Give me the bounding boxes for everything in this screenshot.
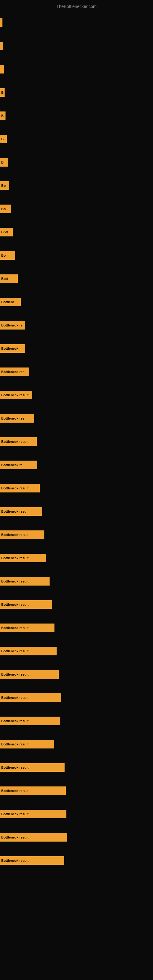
bar: Bott: [0, 274, 18, 283]
bar-row: Bottleneck re: [0, 461, 153, 469]
bar-row: Bottleneck result: [0, 694, 153, 702]
bar: [0, 18, 2, 27]
bar: Bottleneck result: [0, 740, 54, 748]
bar-row: Bott: [0, 274, 153, 283]
bar: Bottleneck result: [0, 670, 59, 679]
bar-row: Bottleneck result: [0, 670, 153, 679]
bar-row: Bottleneck result: [0, 391, 153, 399]
bar: Bottleneck res: [0, 414, 34, 423]
bar-row: [0, 41, 153, 50]
bar: B: [0, 88, 5, 97]
bar: Bottleneck re: [0, 321, 25, 329]
bar-row: Bottleneck result: [0, 484, 153, 492]
bar-row: Bottleneck result: [0, 856, 153, 865]
bar-row: Bottleneck res: [0, 368, 153, 376]
bar: [0, 65, 4, 73]
bar-row: B: [0, 111, 153, 120]
bar-row: Bottleneck result: [0, 438, 153, 446]
bar: Bottleneck result: [0, 484, 40, 492]
bar-row: Bottleneck result: [0, 717, 153, 725]
bar-row: B: [0, 88, 153, 97]
bar-row: Bottleneck result: [0, 810, 153, 818]
bar-row: Bottleneck resu: [0, 507, 153, 516]
bar: Bottleneck result: [0, 391, 32, 399]
bar-row: [0, 65, 153, 73]
bar: B: [0, 135, 7, 143]
bar: [0, 41, 3, 50]
bar-row: [0, 18, 153, 27]
bar-row: Bottleneck re: [0, 321, 153, 329]
bar: Bottleneck result: [0, 763, 65, 772]
bar-row: Bo: [0, 205, 153, 213]
bar: Bottleneck res: [0, 368, 29, 376]
bar: Bottlene: [0, 298, 21, 306]
bar-row: Bott: [0, 228, 153, 236]
bar: Bottleneck resu: [0, 507, 42, 516]
bar-row: Bottleneck result: [0, 624, 153, 632]
bar: Bottleneck result: [0, 694, 61, 702]
bar: B: [0, 111, 5, 120]
bar-row: Bo: [0, 251, 153, 260]
bar-row: Bottleneck result: [0, 763, 153, 772]
bar: Bottleneck result: [0, 438, 37, 446]
bar: Bottleneck result: [0, 856, 64, 865]
bar: Bottleneck: [0, 344, 25, 353]
bar-row: Bo: [0, 181, 153, 190]
bar: Bottleneck result: [0, 554, 46, 562]
bar-row: Bottleneck result: [0, 530, 153, 539]
bar-row: Bottleneck result: [0, 786, 153, 795]
bar: Bottleneck re: [0, 461, 37, 469]
bar-row: Bottleneck result: [0, 833, 153, 842]
bar: Bottleneck result: [0, 786, 66, 795]
bar: Bottleneck result: [0, 717, 60, 725]
bar: Bo: [0, 251, 15, 260]
bar-row: B: [0, 135, 153, 143]
bar: Bottleneck result: [0, 577, 49, 585]
bar: Bottleneck result: [0, 810, 66, 818]
bar: Bottleneck result: [0, 530, 45, 539]
bar: Bo: [0, 205, 11, 213]
bar-row: Bottleneck result: [0, 647, 153, 655]
bar-row: Bottleneck result: [0, 554, 153, 562]
bar: Bottleneck result: [0, 624, 54, 632]
bar: B: [0, 158, 8, 167]
bar-row: Bottleneck result: [0, 577, 153, 585]
bar-row: Bottleneck: [0, 344, 153, 353]
bar: Bottleneck result: [0, 647, 57, 655]
bar: Bottleneck result: [0, 833, 67, 842]
bar-row: Bottleneck result: [0, 740, 153, 748]
bar-row: Bottlene: [0, 298, 153, 306]
bar: Bo: [0, 181, 9, 190]
bar-row: Bottleneck res: [0, 414, 153, 423]
bar: Bottleneck result: [0, 600, 52, 609]
bar-row: B: [0, 158, 153, 167]
bars-container: BBBBBoBoBottBoBottBottleneBottleneck reB…: [0, 9, 153, 980]
bar: Bott: [0, 228, 13, 236]
bar-row: Bottleneck result: [0, 600, 153, 609]
